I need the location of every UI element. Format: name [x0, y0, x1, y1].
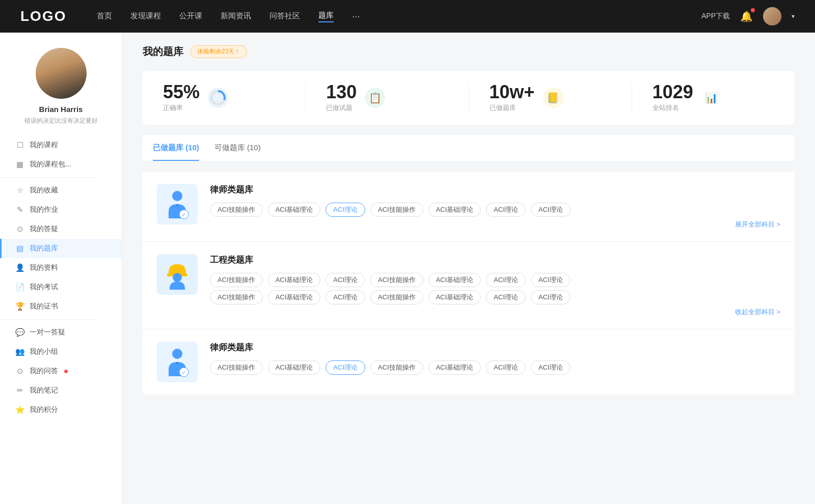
tab-done-banks[interactable]: 已做题库 (10): [153, 135, 199, 161]
sidebar-item-label: 我的作业: [30, 205, 58, 214]
sidebar-item-qa[interactable]: ⊙ 我的答疑: [0, 219, 122, 239]
sidebar-item-exam[interactable]: 📄 我的考试: [0, 277, 122, 297]
sidebar-item-question-bank[interactable]: ▤ 我的题库: [0, 239, 122, 258]
chat-icon: 💬: [15, 328, 24, 337]
sidebar-user-name: Brian Harris: [39, 105, 83, 114]
lawyer-icon-2: ✓: [164, 347, 192, 377]
trial-badge[interactable]: 体验剩余23天！: [191, 45, 247, 58]
tag-aci-theory-3[interactable]: ACI理论: [531, 203, 570, 217]
l2-tag-1[interactable]: ACI技能操作: [210, 360, 263, 375]
sidebar-item-points[interactable]: ⭐ 我的积分: [0, 400, 122, 419]
bar-chart-icon: 📊: [705, 92, 718, 104]
page-header: 我的题库 体验剩余23天！: [143, 45, 795, 59]
eng-tag-4[interactable]: ACI技能操作: [370, 273, 423, 287]
bank-card-engineer: 工程类题库 ACI技能操作 ACI基础理论 ACI理论 ACI技能操作 ACI基…: [143, 241, 795, 329]
l2-tag-6[interactable]: ACI理论: [486, 360, 526, 375]
nav-more[interactable]: ···: [352, 11, 360, 22]
sidebar-item-label: 我的答疑: [30, 225, 58, 234]
sidebar-item-label: 我的课程包...: [30, 160, 71, 169]
accuracy-icon: [208, 88, 228, 108]
eng-tag-13[interactable]: ACI理论: [486, 290, 526, 304]
eng-tag-3[interactable]: ACI理论: [325, 273, 365, 287]
sidebar-item-label: 我的笔记: [30, 386, 58, 395]
eng-tag-12[interactable]: ACI基础理论: [428, 290, 481, 304]
nav-qa[interactable]: 问答社区: [269, 11, 300, 22]
eng-tag-10[interactable]: ACI理论: [325, 290, 365, 304]
bank-card-body-lawyer-1: 律师类题库 ACI技能操作 ACI基础理论 ACI理论 ACI技能操作 ACI基…: [210, 184, 780, 229]
bank-expand-lawyer-1[interactable]: 展开全部科目 >: [210, 220, 780, 229]
eng-tag-6[interactable]: ACI理论: [486, 273, 526, 287]
sidebar-item-favorites[interactable]: ☆ 我的收藏: [0, 181, 122, 200]
sidebar-item-my-courses[interactable]: ☐ 我的课程: [0, 135, 122, 155]
sidebar-item-label: 我的收藏: [30, 186, 58, 195]
eng-tag-11[interactable]: ACI技能操作: [370, 290, 423, 304]
sidebar-item-label: 我的题库: [30, 244, 58, 253]
bank-card-lawyer-1: ✓ 律师类题库 ACI技能操作 ACI基础理论 ACI理论 ACI技能操作 AC…: [143, 171, 795, 241]
sidebar-item-homework[interactable]: ✎ 我的作业: [0, 200, 122, 219]
stat-done-banks-value: 10w+: [490, 83, 535, 101]
nav-open-course[interactable]: 公开课: [179, 11, 202, 22]
logo[interactable]: LOGO: [20, 8, 66, 24]
donut-chart-icon: [209, 89, 227, 107]
eng-tag-5[interactable]: ACI基础理论: [428, 273, 481, 287]
l2-tag-4[interactable]: ACI技能操作: [370, 360, 423, 375]
chevron-down-icon[interactable]: ▾: [792, 13, 795, 20]
tag-aci-theory-active[interactable]: ACI理论: [325, 203, 365, 217]
sidebar-divider: [0, 177, 97, 178]
eng-tag-1[interactable]: ACI技能操作: [210, 273, 263, 287]
avatar[interactable]: [763, 7, 781, 25]
list-icon: 📋: [369, 92, 382, 104]
tabs-and-cards: 已做题库 (10) 可做题库 (10): [143, 135, 795, 395]
bank-collapse-engineer[interactable]: 收起全部科目 >: [210, 307, 780, 317]
eng-tag-7[interactable]: ACI理论: [531, 273, 570, 287]
l2-tag-5[interactable]: ACI基础理论: [428, 360, 481, 375]
l2-tag-2[interactable]: ACI基础理论: [268, 360, 321, 375]
stat-accuracy-value: 55%: [163, 83, 200, 101]
bank-card-title-engineer: 工程类题库: [210, 254, 780, 266]
tag-aci-basic[interactable]: ACI基础理论: [268, 203, 321, 217]
tag-aci-skill[interactable]: ACI技能操作: [210, 203, 263, 217]
bank-tags-engineer-row2: ACI技能操作 ACI基础理论 ACI理论 ACI技能操作 ACI基础理论 AC…: [210, 290, 780, 304]
done-banks-icon: 📒: [543, 88, 563, 108]
main-content: 我的题库 体验剩余23天！ 55% 正确率 1: [122, 33, 815, 504]
nav-home[interactable]: 首页: [97, 11, 112, 22]
bank-icon: ▤: [15, 244, 24, 253]
nav-question-bank[interactable]: 题库: [318, 11, 334, 22]
sidebar-divider-2: [0, 319, 97, 320]
page-wrap: Brian Harris 错误的决定比没有决定要好 ☐ 我的课程 ▦ 我的课程包…: [0, 33, 815, 504]
sidebar-item-one-on-one[interactable]: 💬 一对一答疑: [0, 323, 122, 342]
tab-available-banks[interactable]: 可做题库 (10): [214, 135, 261, 161]
sidebar-item-questions[interactable]: ⊙ 我的问答: [0, 361, 122, 381]
bank-tags-engineer-row1: ACI技能操作 ACI基础理论 ACI理论 ACI技能操作 ACI基础理论 AC…: [210, 273, 780, 287]
eng-tag-2[interactable]: ACI基础理论: [268, 273, 321, 287]
sidebar-item-course-packages[interactable]: ▦ 我的课程包...: [0, 155, 122, 174]
notes-icon: ✏: [15, 386, 24, 395]
sidebar-item-notes[interactable]: ✏ 我的笔记: [0, 381, 122, 400]
sidebar-item-label: 我的资料: [30, 263, 58, 272]
tag-aci-theory-2[interactable]: ACI理论: [486, 203, 526, 217]
eng-tag-9[interactable]: ACI基础理论: [268, 290, 321, 304]
l2-tag-7[interactable]: ACI理论: [531, 360, 570, 375]
bank-cards: ✓ 律师类题库 ACI技能操作 ACI基础理论 ACI理论 ACI技能操作 AC…: [143, 171, 795, 395]
tag-aci-basic-2[interactable]: ACI基础理论: [428, 203, 481, 217]
app-download-button[interactable]: APP下载: [701, 12, 730, 21]
sidebar-item-label: 我的课程: [30, 141, 58, 150]
l2-tag-3-active[interactable]: ACI理论: [325, 360, 365, 375]
sidebar-item-certificate[interactable]: 🏆 我的证书: [0, 297, 122, 316]
nav-news[interactable]: 新闻资讯: [221, 11, 251, 22]
bank-card-lawyer-2: ✓ 律师类题库 ACI技能操作 ACI基础理论 ACI理论 ACI技能操作 AC…: [143, 329, 795, 395]
stat-done-banks: 10w+ 已做题库 📒: [469, 83, 632, 113]
stat-rank: 1029 全站排名 📊: [632, 83, 774, 113]
sidebar: Brian Harris 错误的决定比没有决定要好 ☐ 我的课程 ▦ 我的课程包…: [0, 33, 122, 504]
book-icon: 📒: [547, 92, 559, 104]
nav-discover[interactable]: 发现课程: [130, 11, 161, 22]
sidebar-item-profile[interactable]: 👤 我的资料: [0, 258, 122, 277]
notification-bell[interactable]: 🔔: [740, 10, 753, 22]
star-icon: ☆: [15, 186, 24, 195]
sidebar-item-group[interactable]: 👥 我的小组: [0, 342, 122, 361]
sidebar-motto: 错误的决定比没有决定要好: [14, 117, 108, 125]
eng-tag-8[interactable]: ACI技能操作: [210, 290, 263, 304]
stat-accuracy-label: 正确率: [163, 103, 200, 113]
eng-tag-14[interactable]: ACI理论: [531, 290, 570, 304]
tag-aci-skill-2[interactable]: ACI技能操作: [370, 203, 423, 217]
